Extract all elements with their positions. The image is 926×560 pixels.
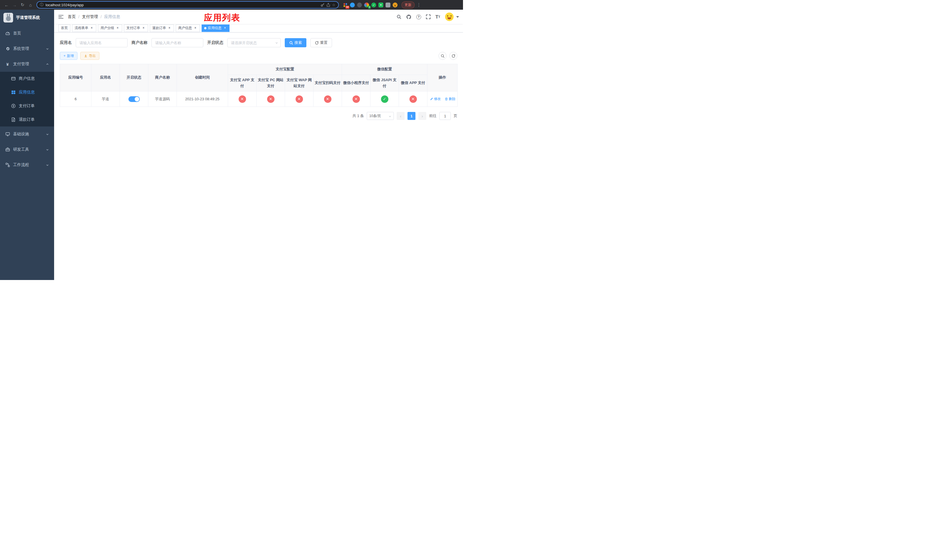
page-size-select[interactable]: 10条/页	[367, 112, 394, 120]
app-name-input[interactable]	[76, 38, 127, 47]
tab-close-icon[interactable]: ×	[223, 26, 227, 30]
extension-dark-icon[interactable]	[357, 3, 362, 8]
tab-app-info[interactable]: 应用信息×	[201, 24, 230, 32]
tab-label: 商户信息	[178, 26, 192, 30]
sidebar: 芋道管理系统 首页 系统管理 ¥ 支付管理 商户信息	[0, 10, 54, 280]
status-select[interactable]	[227, 38, 281, 47]
delete-button[interactable]: 删除	[445, 97, 455, 101]
sidebar-submenu-payment: 商户信息 应用信息 支付订单 退款订单	[0, 72, 54, 127]
sidebar-item-workflow[interactable]: 工作流程	[0, 157, 54, 173]
add-button[interactable]: + 新增	[60, 52, 77, 60]
breadcrumb-home[interactable]: 首页	[68, 14, 76, 20]
breadcrumb-payment[interactable]: 支付管理	[82, 14, 98, 20]
extension-avatar-icon[interactable]: 1	[364, 3, 369, 8]
col-header-merchant: 商户名称	[148, 64, 177, 91]
font-size-icon[interactable]: TT	[436, 15, 440, 20]
status-toggle[interactable]	[129, 96, 140, 102]
extensions-puzzle-icon[interactable]	[386, 3, 390, 8]
tab-close-icon[interactable]: ×	[142, 26, 145, 30]
merchant-name-input[interactable]	[151, 38, 203, 47]
toggle-search-button[interactable]	[439, 52, 446, 60]
address-bar[interactable]: ⓘ localhost:1024/pay/app ☆	[36, 1, 339, 9]
sidebar-item-system[interactable]: 系统管理	[0, 41, 54, 56]
col-header-alipay-pc: 支付宝 PC 网站支付	[257, 75, 285, 91]
page-1-button[interactable]: 1	[407, 112, 415, 120]
sidebar-item-label: 系统管理	[13, 46, 43, 51]
reload-icon[interactable]: ↻	[19, 1, 26, 9]
refresh-icon	[452, 54, 455, 58]
goto-page-input[interactable]	[439, 112, 451, 120]
sidebar-item-infrastructure[interactable]: 基础设施	[0, 127, 54, 142]
pagination: 共 1 条 10条/页 ‹ 1 › 前往 页	[60, 112, 457, 120]
status-select-input[interactable]	[227, 38, 281, 47]
extension-chat-icon[interactable]: ●	[378, 3, 383, 8]
col-header-alipay-wap: 支付宝 WAP 网站支付	[285, 75, 313, 91]
tab-process-form[interactable]: 流程表单×	[72, 24, 96, 32]
navbar-actions: ? TT	[396, 12, 459, 21]
tab-close-icon[interactable]: ×	[90, 26, 94, 30]
sidebar-logo[interactable]: 芋道管理系统	[0, 10, 54, 26]
sidebar-item-pay-order[interactable]: 支付订单	[0, 99, 54, 113]
sidebar-item-label: 首页	[13, 31, 49, 36]
export-button[interactable]: 导出	[80, 52, 99, 60]
tab-merchant-info[interactable]: 商户信息×	[176, 24, 200, 32]
avatar-caret-icon[interactable]	[456, 16, 459, 19]
help-icon[interactable]: ?	[416, 15, 421, 20]
tab-close-icon[interactable]: ×	[168, 26, 171, 30]
github-icon[interactable]	[406, 14, 412, 20]
app-table: 应用编号 应用名 开启状态 商户名称 创建时间 支付宝配置 微信配置 操作 支付…	[60, 64, 458, 107]
sidebar-item-merchant-info[interactable]: 商户信息	[0, 72, 54, 85]
sidebar-item-refund-order[interactable]: 退款订单	[0, 113, 54, 127]
fullscreen-icon[interactable]	[426, 15, 431, 19]
sidebar-item-app-info[interactable]: 应用信息	[0, 85, 54, 99]
extension-grid-icon[interactable]: 10	[343, 3, 348, 8]
refresh-icon	[315, 41, 319, 45]
cell-merchant: 芋道源码	[148, 91, 177, 107]
forward-icon[interactable]: →	[11, 1, 18, 9]
bookmark-star-icon[interactable]: ☆	[332, 3, 336, 7]
toolbox-icon	[5, 147, 10, 152]
password-key-icon[interactable]	[321, 3, 325, 7]
wechat-jsapi-status-icon: ✓	[381, 95, 388, 103]
tab-label: 用户分组	[100, 26, 114, 30]
next-page-button[interactable]: ›	[418, 112, 426, 120]
extension-check-icon[interactable]: ✓	[371, 3, 376, 8]
hamburger-icon[interactable]	[54, 10, 68, 24]
home-icon[interactable]: ⌂	[27, 1, 34, 9]
edit-button[interactable]: 修改	[430, 97, 441, 101]
reset-button[interactable]: 重置	[310, 38, 332, 47]
sidebar-item-payment[interactable]: ¥ 支付管理	[0, 56, 54, 72]
credit-card-icon	[11, 76, 16, 81]
tab-close-icon[interactable]: ×	[193, 26, 197, 30]
cell-wechat-app: ✕	[399, 91, 427, 107]
tab-user-group[interactable]: 用户分组×	[98, 24, 122, 32]
tab-home[interactable]: 首页	[58, 24, 70, 32]
prev-page-button[interactable]: ‹	[396, 112, 405, 120]
user-avatar[interactable]	[445, 12, 454, 21]
tab-close-icon[interactable]: ×	[116, 26, 120, 30]
browser-menu-icon[interactable]: ⋮	[415, 1, 422, 9]
tab-pay-order[interactable]: 支付订单×	[124, 24, 148, 32]
col-header-wechat-lite: 微信小程序支付	[342, 75, 371, 91]
tab-label: 应用信息	[208, 26, 221, 30]
sidebar-item-label: 支付管理	[13, 62, 43, 67]
sidebar-item-label: 应用信息	[19, 90, 49, 95]
tab-label: 首页	[61, 26, 68, 30]
chevron-down-icon	[46, 133, 49, 136]
share-icon[interactable]	[327, 3, 330, 7]
delete-button-label: 删除	[449, 97, 455, 101]
tab-refund-order[interactable]: 退款订单×	[150, 24, 174, 32]
search-button[interactable]: 搜索	[285, 38, 306, 47]
refresh-table-button[interactable]	[449, 52, 457, 60]
extension-drop-icon[interactable]	[350, 3, 355, 8]
chevron-down-icon	[46, 47, 49, 50]
back-icon[interactable]: ←	[3, 1, 10, 9]
sidebar-item-home[interactable]: 首页	[0, 26, 54, 41]
sidebar-item-dev-tools[interactable]: 研发工具	[0, 142, 54, 157]
site-info-icon[interactable]: ⓘ	[40, 2, 44, 8]
profile-avatar-icon[interactable]	[393, 3, 398, 8]
sidebar-item-label: 研发工具	[13, 147, 43, 152]
search-icon[interactable]	[396, 15, 401, 19]
monitor-icon	[5, 132, 10, 136]
chrome-update-button[interactable]: 更新	[401, 2, 415, 9]
